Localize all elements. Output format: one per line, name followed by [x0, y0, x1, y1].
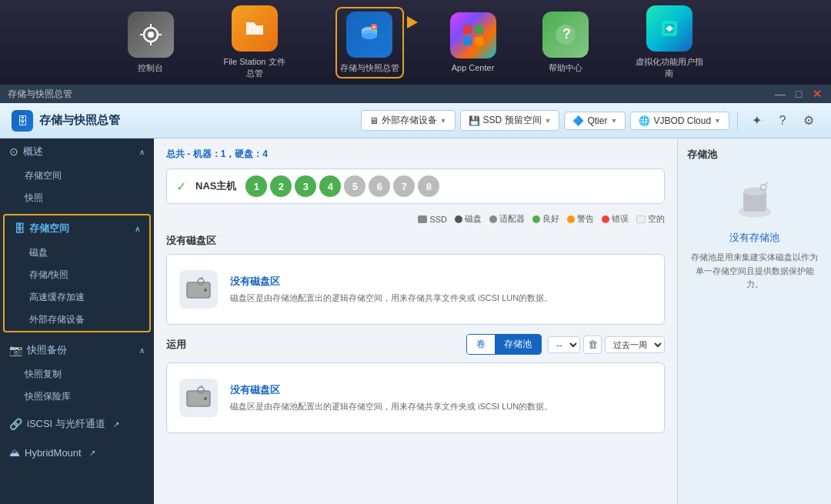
delete-button[interactable]: 🗑	[583, 335, 602, 354]
sidebar-header-storage-space[interactable]: 🗄 存储空间 ∧	[5, 215, 149, 242]
sidebar-item-高速缓存加速[interactable]: 高速缓存加速	[5, 286, 149, 309]
app-center-icon	[450, 12, 496, 58]
nas-check-icon: ✓	[176, 179, 186, 194]
dropdown-icon: ▼	[440, 117, 447, 125]
control-panel-label: 控制台	[138, 62, 163, 74]
no-pool-icon	[687, 177, 822, 223]
sidebar-spacer	[0, 209, 154, 212]
no-pool-desc: 存储池是用来集建实体磁盘以作为单一存储空间且提供数据保护能力。	[687, 251, 822, 292]
svg-point-1	[148, 32, 154, 38]
tab-volume[interactable]: 卷	[467, 335, 495, 354]
no-disk-icon	[179, 270, 218, 309]
usage-empty-text: 没有磁盘区 磁盘区是由存储池配置出的逻辑存储空间，用来存储共享文件夹或 iSCS…	[230, 383, 552, 413]
app-center-label: App Center	[452, 63, 495, 72]
window-bar: 存储与快照总管 — □ ✕	[0, 85, 831, 103]
no-disk-title: 没有磁盘区	[230, 275, 552, 289]
taskbar-item-help-center[interactable]: ?帮助中心	[542, 12, 589, 74]
disk-btn-2[interactable]: 2	[270, 175, 292, 197]
file-station-icon	[232, 5, 278, 52]
storage-space-section-label: 存储空间	[29, 222, 69, 235]
star-icon-btn[interactable]: ✦	[746, 110, 767, 132]
svg-rect-15	[463, 37, 472, 45]
header-separator	[737, 112, 738, 130]
header-buttons: 🖥外部存储设备▼💾SSD 预留空间▼🔷Qtier▼🌐VJBOD Cloud▼✦?…	[361, 110, 819, 132]
close-button[interactable]: ✕	[811, 88, 823, 100]
overview-section-icon: ⊙	[9, 145, 18, 158]
ext-storage-icon: 🖥	[369, 115, 379, 126]
svg-point-23	[204, 289, 207, 292]
legend-dot-错误	[602, 215, 609, 223]
header-btn-qtier[interactable]: 🔷Qtier▼	[564, 112, 626, 130]
taskbar-item-app-center[interactable]: App Center	[450, 12, 496, 72]
sidebar-header-iscsi[interactable]: 🔗 iSCSI 与光纤通道 ↗	[0, 411, 154, 437]
legend-dot-良好	[532, 215, 540, 223]
no-disk-text: 没有磁盘区 磁盘区是由存储池配置出的逻辑存储空间，用来存储共享文件夹或 iSCS…	[230, 275, 552, 305]
dropdown-icon: ▼	[545, 117, 552, 125]
disk-btn-1[interactable]: 1	[245, 175, 267, 197]
svg-point-10	[362, 33, 377, 39]
taskbar-item-file-station[interactable]: File Station 文件总管	[220, 5, 289, 79]
app-header: 🗄 存储与快照总管 🖥外部存储设备▼💾SSD 预留空间▼🔷Qtier▼🌐VJBO…	[0, 103, 831, 139]
sidebar-header-hybridmount[interactable]: ⛰ HybridMount ↗	[0, 440, 154, 465]
settings-icon-btn[interactable]: ⚙	[798, 110, 819, 132]
sidebar-section-iscsi: 🔗 iSCSI 与光纤通道 ↗	[0, 411, 154, 437]
sidebar-item-快照复制[interactable]: 快照复制	[0, 363, 154, 386]
legend-空的: 空的	[636, 213, 665, 225]
legend-label-错误: 错误	[612, 213, 629, 225]
right-panel-title: 存储池	[687, 148, 822, 162]
sidebar-item-外部存储设备[interactable]: 外部存储设备	[5, 309, 149, 331]
legend-row: SSD磁盘适配器良好警告错误空的	[166, 213, 665, 225]
summary-sep: ，硬盘：	[225, 149, 262, 159]
storage-manager-icon: +	[346, 12, 392, 58]
legend-SSD: SSD	[418, 215, 447, 224]
taskbar-item-storage-manager[interactable]: +存储与快照总管	[335, 7, 404, 78]
usage-empty-card: 没有磁盘区 磁盘区是由存储池配置出的逻辑存储空间，用来存储共享文件夹或 iSCS…	[166, 362, 665, 433]
maximize-button[interactable]: □	[793, 88, 805, 100]
sidebar-header-overview[interactable]: ⊙ 概述 ∧	[0, 139, 154, 165]
iscsi-section-icon: 🔗	[9, 418, 22, 430]
usage-no-disk-title: 没有磁盘区	[230, 383, 552, 397]
taskbar-item-control-panel[interactable]: 控制台	[128, 12, 174, 74]
period-select[interactable]: 过去一周	[605, 336, 665, 353]
sidebar-item-磁盘[interactable]: 磁盘	[5, 242, 149, 264]
legend-dot-空的	[636, 215, 646, 223]
chevron-icon: ∧	[139, 148, 145, 156]
tab-storage-pool[interactable]: 存储池	[495, 335, 541, 354]
no-disk-card: 没有磁盘区 磁盘区是由存储池配置出的逻辑存储空间，用来存储共享文件夹或 iSCS…	[166, 254, 665, 325]
usage-no-disk-desc: 磁盘区是由存储池配置出的逻辑存储空间，用来存储共享文件夹或 iSCSI LUN的…	[230, 400, 552, 413]
qtier-icon: 🔷	[572, 115, 584, 126]
no-disk-section-title: 没有磁盘区	[166, 234, 665, 248]
sidebar-item-存储空间[interactable]: 存储空间	[0, 165, 154, 187]
header-btn-vjbod[interactable]: 🌐VJBOD Cloud▼	[630, 112, 729, 130]
sidebar-item-快照保险库[interactable]: 快照保险库	[0, 386, 154, 408]
header-btn-ext-storage[interactable]: 🖥外部存储设备▼	[361, 110, 456, 131]
sidebar-section-overview: ⊙ 概述 ∧存储空间快照	[0, 139, 154, 209]
disk-btn-3[interactable]: 3	[295, 175, 316, 197]
main-layout: ⊙ 概述 ∧存储空间快照🗄 存储空间 ∧磁盘存储/快照高速缓存加速外部存储设备📷…	[0, 139, 831, 504]
legend-dot-警告	[567, 215, 575, 223]
help-icon-btn[interactable]: ?	[772, 110, 793, 132]
vjbod-icon: 🌐	[639, 115, 650, 126]
taskbar-item-virtualization[interactable]: 虚拟化功能用户指南	[635, 5, 704, 79]
disk-btn-6[interactable]: 6	[369, 175, 390, 197]
sidebar-header-snapshot-backup[interactable]: 📷 快照备份 ∧	[0, 337, 154, 363]
minimize-button[interactable]: —	[774, 88, 786, 100]
sidebar-item-快照[interactable]: 快照	[0, 187, 154, 209]
disk-btn-4[interactable]: 4	[319, 175, 341, 197]
disk-btn-7[interactable]: 7	[393, 175, 415, 197]
sidebar-section-hybridmount: ⛰ HybridMount ↗	[0, 440, 154, 465]
usage-empty-icon	[179, 379, 218, 417]
header-btn-ssd-cache[interactable]: 💾SSD 预留空间▼	[460, 110, 560, 131]
sidebar-spacer	[0, 465, 154, 468]
snapshot-backup-section-label: 快照备份	[27, 343, 67, 357]
disk-btn-5[interactable]: 5	[344, 175, 365, 197]
disk-btn-8[interactable]: 8	[418, 175, 439, 197]
svg-rect-13	[463, 25, 472, 34]
chevron-icon: ∧	[135, 225, 140, 233]
legend-警告: 警告	[567, 213, 594, 225]
svg-point-32	[743, 188, 766, 196]
legend-dot-适配器	[489, 215, 497, 223]
sidebar-item-存储/快照[interactable]: 存储/快照	[5, 264, 149, 286]
pool-select[interactable]: --	[548, 336, 580, 353]
help-center-icon: ?	[542, 12, 589, 58]
